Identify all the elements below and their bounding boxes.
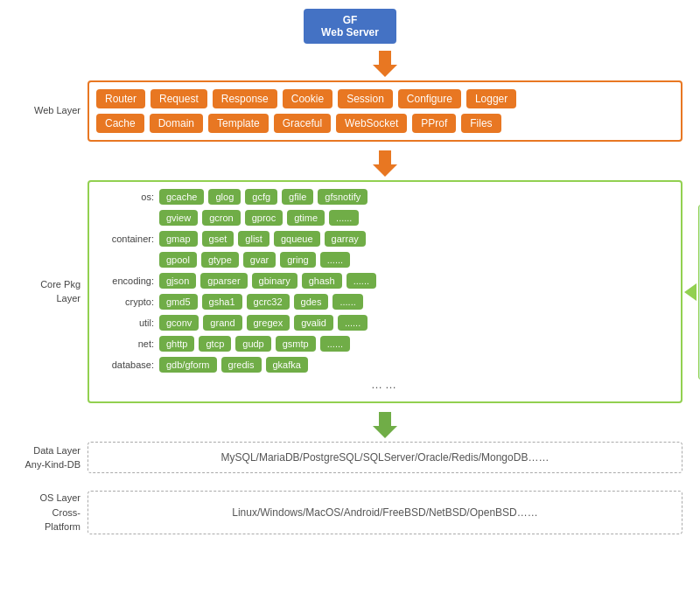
btn-util-dots: ...... [338, 315, 368, 331]
core-items-container1: gmap gset glist gqueue garray [159, 231, 366, 247]
btn-encoding-dots: ...... [346, 273, 376, 289]
btn-gcrc32: gcrc32 [247, 294, 290, 310]
btn-gtype: gtype [201, 252, 239, 268]
btn-gkafka: gkafka [266, 357, 308, 373]
btn-response: Response [213, 89, 277, 108]
btn-ghash: ghash [302, 273, 342, 289]
os-layer-label: OS Layer Cross-Platform [18, 491, 88, 534]
os-layer-label1: OS Layer [40, 491, 80, 506]
core-util-row: util: gconv grand gregex gvalid ...... [98, 315, 672, 331]
btn-os-dots: ...... [329, 210, 359, 226]
arrow-web-to-core [88, 150, 682, 177]
web-layer-row: Web Layer Router Request Response Cookie… [18, 80, 682, 142]
btn-template: Template [208, 114, 269, 133]
btn-gcfg: gcfg [245, 189, 277, 205]
btn-gredis: gredis [221, 357, 262, 373]
btn-gtcp: gtcp [199, 336, 231, 352]
core-label-net: net: [98, 338, 159, 349]
btn-container-dots: ...... [320, 252, 350, 268]
arrow-head-2 [373, 164, 397, 177]
btn-gproc: gproc [245, 210, 284, 226]
core-os-row1: os: gcache glog gcfg gfile gfsnotify [98, 189, 672, 205]
btn-gbinary: gbinary [252, 273, 298, 289]
btn-gdes: gdes [294, 294, 329, 310]
core-dots-bottom: …… [98, 378, 672, 391]
btn-gfile: gfile [282, 189, 313, 205]
btn-gparser: gparser [200, 273, 247, 289]
btn-domain: Domain [150, 114, 203, 133]
btn-garray: garray [325, 231, 366, 247]
btn-gudp: gudp [235, 336, 270, 352]
btn-gdbgform: gdb/gform [159, 357, 217, 373]
third-party-arrow [684, 283, 696, 301]
btn-gset: gset [202, 231, 234, 247]
core-label-encoding: encoding: [98, 276, 159, 286]
core-items-net: ghttp gtcp gudp gsmtp ...... [159, 336, 350, 352]
btn-pprof: PProf [412, 114, 456, 133]
core-layer-label: Core Pkg Layer [18, 180, 88, 403]
core-items-util: gconv grand gregex gvalid ...... [159, 315, 368, 331]
gf-server-line1: GF [321, 14, 379, 26]
btn-gsmtp: gsmtp [276, 336, 316, 352]
os-layer-text: Linux/Windows/MacOS/Android/FreeBSD/NetB… [232, 506, 537, 519]
btn-gvar: gvar [243, 252, 276, 268]
data-layer-label1: Data Layer [33, 443, 80, 458]
core-label-crypto: crypto: [98, 297, 159, 307]
core-items-os1: gcache glog gcfg gfile gfsnotify [159, 189, 368, 205]
btn-glog: glog [208, 189, 241, 205]
btn-grand: grand [203, 315, 242, 331]
green-arrow-head [373, 426, 397, 438]
btn-router: Router [96, 89, 145, 108]
btn-gring: gring [280, 252, 315, 268]
btn-gtime: gtime [287, 210, 325, 226]
core-label-os: os: [98, 192, 159, 202]
btn-gpool: gpool [159, 252, 197, 268]
core-label-util: util: [98, 317, 159, 328]
third-party-wrapper: Third Party [684, 205, 700, 380]
core-label-database: database: [98, 359, 159, 370]
btn-gmap: gmap [159, 231, 198, 247]
data-layer-label: Data Layer Any-Kind-DB [18, 442, 88, 473]
arrow-head [373, 65, 397, 77]
web-row-1: Router Request Response Cookie Session C… [96, 89, 674, 108]
data-layer-label2: Any-Kind-DB [24, 457, 80, 472]
core-label-container: container: [98, 234, 159, 244]
btn-logger: Logger [466, 89, 516, 108]
btn-crypto-dots: ...... [332, 294, 362, 310]
arrow-core-to-data [88, 412, 682, 438]
btn-gcron: gcron [202, 210, 241, 226]
os-layer-content: Linux/Windows/MacOS/Android/FreeBSD/NetB… [88, 491, 682, 534]
core-layer-row: Core Pkg Layer os: gcache glog gcfg gfil… [18, 180, 682, 403]
core-container-row2: gpool gtype gvar gring ...... [98, 252, 672, 268]
gf-server-line2: Web Server [321, 26, 379, 38]
btn-gregex: gregex [247, 315, 290, 331]
orange-arrow-big [373, 51, 397, 77]
core-items-encoding: gjson gparser gbinary ghash ...... [159, 273, 376, 289]
core-container-row1: container: gmap gset glist gqueue garray [98, 231, 672, 247]
web-layer-label: Web Layer [18, 80, 88, 142]
green-arrow-shaft [379, 412, 391, 426]
core-crypto-row: crypto: gmd5 gsha1 gcrc32 gdes ...... [98, 294, 672, 310]
core-layer-content: os: gcache glog gcfg gfile gfsnotify gvi… [88, 180, 682, 403]
core-database-row: database: gdb/gform gredis gkafka [98, 357, 672, 373]
btn-websocket: WebSocket [336, 114, 407, 133]
core-net-row: net: ghttp gtcp gudp gsmtp ...... [98, 336, 672, 352]
btn-gjson: gjson [159, 273, 196, 289]
btn-configure: Configure [398, 89, 461, 108]
orange-arrow-big-2 [373, 150, 397, 177]
arrow-shaft [379, 51, 391, 65]
btn-gcache: gcache [159, 189, 204, 205]
btn-cache: Cache [96, 114, 144, 133]
core-outer: os: gcache glog gcfg gfile gfsnotify gvi… [88, 180, 682, 403]
btn-gfsnotify: gfsnotify [318, 189, 368, 205]
btn-gqueue: gqueue [274, 231, 320, 247]
arrow-shaft-2 [379, 150, 391, 164]
btn-request: Request [150, 89, 207, 108]
btn-gsha1: gsha1 [202, 294, 242, 310]
gf-server-section: GF Web Server [18, 9, 682, 44]
web-layer-content: Router Request Response Cookie Session C… [88, 80, 682, 142]
gf-server-box: GF Web Server [304, 9, 396, 44]
web-row-2: Cache Domain Template Graceful WebSocket… [96, 114, 674, 133]
btn-ghttp: ghttp [159, 336, 194, 352]
btn-glist: glist [238, 231, 270, 247]
